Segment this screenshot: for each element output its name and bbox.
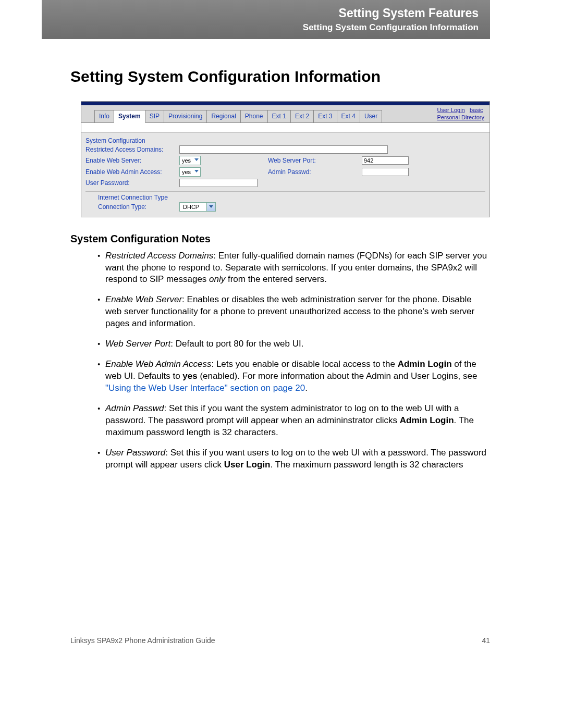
label-enable-web-admin-access: Enable Web Admin Access: [85, 168, 179, 176]
page-footer: Linksys SPA9x2 Phone Administration Guid… [70, 636, 490, 645]
tab-ext2[interactable]: Ext 2 [290, 110, 314, 122]
note-web-server-port: Web Server Port: Default to port 80 for … [104, 338, 490, 350]
input-admin-passwd[interactable] [362, 168, 409, 176]
chapter-header: Setting System Features Setting System C… [42, 0, 490, 39]
input-restricted-access-domains[interactable] [179, 145, 388, 154]
user-login-link[interactable]: User Login [437, 106, 465, 114]
footer-page-number: 41 [482, 636, 490, 645]
notes-heading: System Configuration Notes [70, 233, 490, 245]
chapter-title: Setting System Features [42, 6, 479, 20]
personal-directory-link[interactable]: Personal Directory [437, 114, 484, 121]
select-enable-web-admin-access[interactable]: yes [179, 167, 201, 177]
label-restricted-access-domains: Restricted Access Domains: [85, 146, 179, 153]
screenshot-body: System Configuration Restricted Access D… [81, 133, 489, 217]
sub-tab-row [81, 123, 489, 133]
tab-ext3[interactable]: Ext 3 [313, 110, 337, 122]
note-restricted-access-domains: Restricted Access Domains: Enter fully-q… [104, 250, 490, 286]
internet-connection-type-heading: Internet Connection Type [98, 194, 485, 201]
internet-connection-type-section: Internet Connection Type Connection Type… [85, 191, 485, 213]
row-restricted-access-domains: Restricted Access Domains: [85, 144, 485, 155]
screenshot-title-bar [81, 102, 489, 105]
label-connection-type: Connection Type: [98, 203, 179, 211]
label-admin-passwd: Admin Passwd: [268, 168, 362, 176]
note-enable-web-admin-access: Enable Web Admin Access: Lets you enable… [104, 359, 490, 394]
row-enable-web-admin-access: Enable Web Admin Access: yes Admin Passw… [85, 166, 485, 178]
tab-regional[interactable]: Regional [206, 110, 240, 122]
section-breadcrumb: Setting System Configuration Information [42, 22, 479, 33]
input-web-server-port[interactable] [362, 156, 409, 165]
top-right-links: User Login basic Personal Directory [437, 106, 489, 122]
page-content: Setting System Configuration Information… [70, 68, 490, 479]
tab-bar: Info System SIP Provisioning Regional Ph… [81, 105, 489, 123]
basic-link[interactable]: basic [470, 106, 483, 114]
xref-web-ui-section[interactable]: "Using the Web User Interface" section o… [105, 383, 305, 393]
embedded-screenshot: Info System SIP Provisioning Regional Ph… [81, 101, 490, 217]
document-page: Setting System Features Setting System C… [0, 0, 563, 728]
tab-provisioning[interactable]: Provisioning [164, 110, 207, 122]
tab-info[interactable]: Info [94, 110, 114, 122]
row-user-password: User Password: [85, 178, 485, 188]
tab-phone[interactable]: Phone [240, 110, 268, 122]
select-enable-web-server[interactable]: yes [179, 156, 201, 165]
tab-sip[interactable]: SIP [145, 110, 164, 122]
page-title: Setting System Configuration Information [70, 68, 490, 85]
footer-guide-title: Linksys SPA9x2 Phone Administration Guid… [70, 636, 215, 645]
select-connection-type[interactable]: DHCP [179, 202, 216, 212]
note-enable-web-server: Enable Web Server: Enables or disables t… [104, 294, 490, 330]
label-web-server-port: Web Server Port: [268, 157, 362, 164]
note-user-password: User Password: Set this if you want user… [104, 447, 490, 471]
note-admin-passwd: Admin Passwd: Set this if you want the s… [104, 403, 490, 439]
label-enable-web-server: Enable Web Server: [85, 157, 179, 164]
tab-user[interactable]: User [360, 110, 382, 122]
system-configuration-heading: System Configuration [85, 136, 485, 144]
chevron-down-icon [206, 203, 215, 211]
label-user-password: User Password: [85, 179, 179, 187]
input-user-password[interactable] [179, 179, 258, 187]
tab-system[interactable]: System [114, 110, 145, 123]
row-enable-web-server: Enable Web Server: yes Web Server Port: [85, 155, 485, 166]
row-connection-type: Connection Type: DHCP [98, 201, 485, 213]
notes-list: Restricted Access Domains: Enter fully-q… [70, 250, 490, 471]
tab-ext4[interactable]: Ext 4 [337, 110, 360, 122]
tab-ext1[interactable]: Ext 1 [267, 110, 291, 122]
